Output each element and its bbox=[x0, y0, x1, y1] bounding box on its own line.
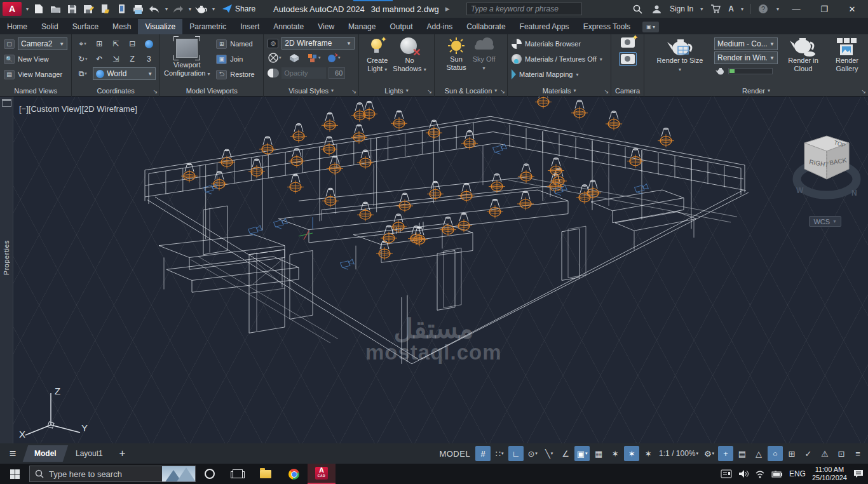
face-style-icon[interactable]: ▾ bbox=[268, 51, 281, 64]
viewport-configuration-button[interactable]: Viewport Configuration ▾ bbox=[163, 36, 211, 84]
restore-button[interactable]: ❐ bbox=[813, 0, 835, 18]
grid-display[interactable]: # bbox=[475, 446, 491, 461]
open-file-icon[interactable] bbox=[49, 3, 62, 15]
new-layout-button[interactable]: + bbox=[119, 447, 125, 460]
tab-solid[interactable]: Solid bbox=[34, 19, 65, 34]
render-teapot-icon[interactable] bbox=[195, 3, 208, 15]
undo-caret-icon[interactable]: ▾ bbox=[165, 6, 168, 12]
model-space-label[interactable]: MODEL bbox=[439, 449, 470, 459]
point-light-glyph[interactable] bbox=[397, 193, 413, 212]
point-light-glyph[interactable] bbox=[658, 128, 674, 147]
new-view-button[interactable]: 🔍 New View bbox=[3, 51, 69, 67]
graphics-performance[interactable]: ○ bbox=[768, 446, 783, 461]
shaded-cube-icon[interactable] bbox=[287, 51, 301, 64]
render-in-cloud-button[interactable]: Render inCloud bbox=[783, 36, 824, 84]
viewport-join-button[interactable]: ▣ Join bbox=[215, 51, 256, 67]
search-icon[interactable] bbox=[632, 3, 644, 15]
hardware-warning[interactable]: ⚠ bbox=[817, 446, 832, 461]
sun-status-button[interactable]: SunStatus bbox=[446, 36, 466, 84]
app-menu-button[interactable]: A bbox=[3, 2, 22, 16]
render-gallery-button[interactable]: RenderGallery bbox=[829, 36, 865, 84]
ribbon-options-button[interactable]: ▣▾ bbox=[642, 22, 659, 32]
point-light-glyph[interactable] bbox=[259, 137, 276, 156]
panel-title-model-viewports[interactable]: Model Viewports bbox=[160, 84, 263, 97]
camera-glyph[interactable] bbox=[274, 218, 288, 229]
polar-tracking[interactable]: ⊙▾ bbox=[525, 446, 540, 461]
tab-home[interactable]: Home bbox=[0, 19, 34, 34]
qat-customize-caret-icon[interactable]: ▾ bbox=[212, 6, 215, 12]
point-light-glyph[interactable] bbox=[322, 112, 338, 131]
ucs-3point-icon[interactable]: 3 bbox=[142, 53, 156, 65]
edge-effects-icon[interactable]: ✕▾ bbox=[327, 51, 341, 64]
tab-model[interactable]: Model bbox=[23, 445, 68, 462]
point-light-glyph[interactable] bbox=[535, 97, 552, 109]
tab-collaborate[interactable]: Collaborate bbox=[459, 19, 512, 34]
point-light-glyph[interactable] bbox=[391, 111, 407, 130]
point-light-glyph[interactable] bbox=[571, 100, 588, 119]
ucs-object-icon[interactable]: ⇲ bbox=[109, 53, 123, 65]
tab-express-tools[interactable]: Express Tools bbox=[576, 19, 637, 34]
panel-title-materials[interactable]: Materials▾ ↘ bbox=[508, 84, 611, 97]
create-light-button[interactable]: ✦ CreateLight ▾ bbox=[367, 36, 388, 84]
no-shadows-button[interactable]: ✕ NoShadows ▾ bbox=[393, 36, 426, 84]
visual-styles-expander-icon[interactable]: ↘ bbox=[351, 88, 356, 95]
ucs-named-icon[interactable]: ⊞ bbox=[92, 37, 106, 50]
point-light-glyph[interactable] bbox=[585, 180, 601, 199]
tab-mesh[interactable]: Mesh bbox=[105, 19, 138, 34]
sign-in-label[interactable]: Sign In bbox=[670, 4, 693, 13]
create-camera-button[interactable]: ✦ bbox=[621, 37, 635, 48]
save-icon[interactable] bbox=[65, 3, 78, 15]
tab-insert[interactable]: Insert bbox=[233, 19, 266, 34]
plot-icon[interactable] bbox=[98, 3, 111, 15]
battery-icon[interactable] bbox=[771, 471, 783, 478]
task-view-button[interactable] bbox=[224, 464, 252, 484]
doc-nav-arrow-icon[interactable]: ▶ bbox=[445, 6, 450, 12]
autoscale[interactable]: ✶ bbox=[624, 446, 639, 461]
transparency[interactable]: ▦ bbox=[591, 446, 606, 461]
tab-featured-apps[interactable]: Featured Apps bbox=[513, 19, 576, 34]
point-light-glyph[interactable] bbox=[458, 183, 475, 202]
panel-title-sun-location[interactable]: Sun & Location▾ ↘ bbox=[435, 84, 507, 97]
isometric-drafting[interactable]: ╲▾ bbox=[541, 446, 557, 461]
redo-caret-icon[interactable]: ▾ bbox=[189, 6, 191, 12]
mobile-icon[interactable] bbox=[115, 3, 128, 15]
camera-view-combo[interactable]: ▢ Camera2▼ bbox=[3, 36, 69, 51]
materials-expander-icon[interactable]: ↘ bbox=[604, 88, 609, 95]
chrome-button[interactable] bbox=[280, 464, 308, 484]
visual-style-combo[interactable]: ◎ 2D Wireframe▼ bbox=[266, 36, 356, 50]
panel-title-render[interactable]: Render▾ ↘ bbox=[644, 84, 868, 97]
render-to-size-button[interactable]: Render to Size▾ bbox=[651, 36, 709, 84]
ucs-settings-icon[interactable]: ⧉▾ bbox=[76, 67, 90, 80]
minimize-button[interactable]: — bbox=[785, 0, 807, 18]
cortana-button[interactable] bbox=[196, 464, 224, 484]
point-light-glyph[interactable] bbox=[327, 156, 343, 175]
tab-view[interactable]: View bbox=[311, 19, 341, 34]
apps-caret-icon[interactable]: ▾ bbox=[741, 6, 743, 12]
news-tray-icon[interactable] bbox=[721, 469, 732, 478]
annotation-scale-icon[interactable]: ✶ bbox=[641, 446, 656, 461]
material-mapping-button[interactable]: Material Mapping▾ bbox=[510, 67, 608, 82]
layout-menu-icon[interactable]: ≡ bbox=[0, 447, 25, 460]
autocad-taskbar-button[interactable]: ACAD bbox=[308, 464, 336, 484]
cart-icon[interactable] bbox=[709, 3, 722, 15]
lights-expander-icon[interactable]: ↘ bbox=[427, 88, 432, 95]
ucs-world-icon[interactable] bbox=[142, 37, 156, 50]
tab-output[interactable]: Output bbox=[383, 19, 419, 34]
show-cameras-button[interactable] bbox=[619, 52, 637, 66]
ucs-previous-icon[interactable]: ↶ bbox=[92, 53, 106, 65]
point-light-glyph[interactable] bbox=[461, 131, 478, 150]
snap-mode[interactable]: ∷▾ bbox=[492, 446, 507, 461]
volume-icon[interactable] bbox=[738, 469, 749, 478]
properties-palette-tab[interactable]: Properties bbox=[0, 97, 13, 443]
annotation-visibility[interactable]: ✶ bbox=[607, 446, 623, 461]
sign-in-caret-icon[interactable]: ▾ bbox=[700, 6, 703, 12]
close-button[interactable]: ✕ bbox=[841, 0, 863, 18]
notification-center-icon[interactable] bbox=[853, 469, 864, 478]
viewport-controls-label[interactable]: [−][Custom View][2D Wireframe] bbox=[19, 104, 137, 114]
object-snap-tracking[interactable]: ∠ bbox=[558, 446, 573, 461]
customization[interactable]: ≡ bbox=[850, 446, 865, 461]
camera-glyph[interactable] bbox=[248, 225, 262, 236]
print-icon[interactable] bbox=[132, 3, 144, 15]
point-light-glyph[interactable] bbox=[550, 168, 567, 187]
ucs-origin-icon[interactable]: ⇱ bbox=[109, 37, 123, 50]
